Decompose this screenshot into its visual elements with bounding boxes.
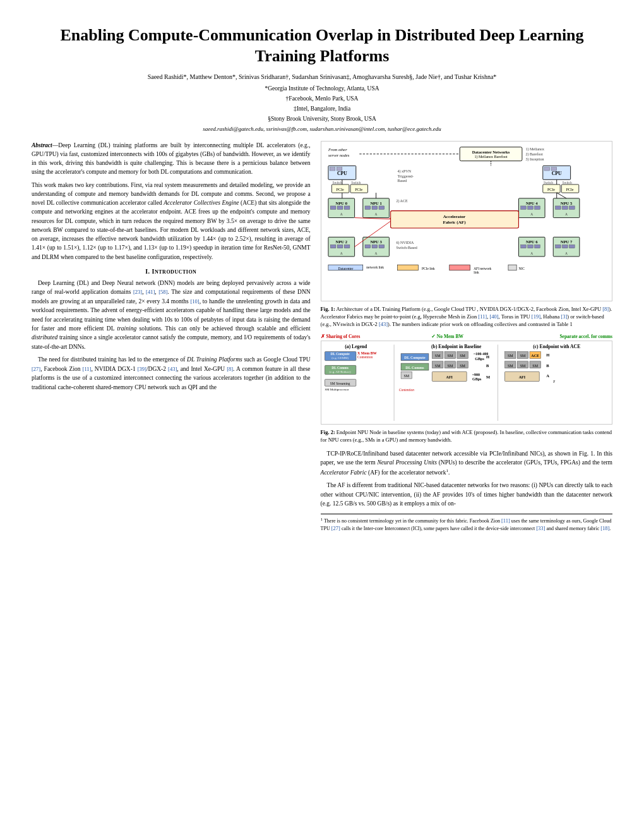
svg-text:SM: SM [460, 354, 465, 358]
svg-rect-43 [379, 206, 385, 209]
svg-text:SM: SM [403, 374, 409, 378]
abstract-p2: This work makes two key contributions. F… [32, 181, 311, 262]
svg-text:A: A [530, 212, 533, 216]
fig1-label: Fig. 1: [321, 306, 335, 312]
svg-text:~900: ~900 [472, 372, 480, 376]
svg-text:DL Comms: DL Comms [331, 365, 349, 369]
paper-title: Enabling Compute-Communication Overlap i… [32, 25, 612, 66]
svg-text:SM: SM [447, 354, 453, 358]
svg-text:(e.g. All-Reduce): (e.g. All-Reduce) [329, 370, 350, 373]
svg-text:(e.g. GEMM): (e.g. GEMM) [331, 356, 349, 360]
svg-text:A: A [565, 212, 568, 216]
svg-rect-16 [544, 167, 550, 170]
svg-text:Datacenter: Datacenter [338, 266, 353, 270]
abstract-p1: Abstract—Deep Learning (DL) training pla… [32, 141, 311, 177]
svg-text:NPU 0: NPU 0 [335, 200, 347, 205]
figure1: From other server nodes Datacenter Netwo… [321, 141, 612, 329]
affil3: ‡Intel, Bangalore, India [32, 104, 612, 114]
svg-text:X Mem BW: X Mem BW [357, 351, 377, 354]
title-section: Enabling Compute-Communication Overlap i… [32, 25, 612, 132]
abstract-block: Abstract—Deep Learning (DL) training pla… [32, 141, 311, 262]
svg-text:SM Streaming: SM Streaming [330, 382, 350, 385]
svg-text:Switch: Switch [543, 180, 552, 184]
svg-rect-77 [520, 245, 526, 248]
svg-text:AFI network: AFI network [474, 266, 491, 270]
svg-text:GBps: GBps [475, 356, 484, 360]
svg-text:PCIe: PCIe [566, 187, 573, 191]
fig2-caption: Fig. 2: Endpoint NPU Node in baseline sy… [321, 428, 612, 444]
fig1-diagram: From other server nodes Datacenter Netwo… [321, 141, 612, 303]
svg-text:SM: SM [507, 363, 513, 367]
intro-p1: Deep Learning (DL) and Deep Neural netwo… [32, 279, 311, 352]
svg-rect-63 [330, 245, 336, 248]
svg-rect-95 [508, 265, 516, 270]
fig2-svg: (a) Legend DL Compute (e.g. GEMM) X Mem … [321, 341, 612, 425]
section1-heading: I. INTRODUCTION [32, 268, 311, 275]
footnote: 1 There is no consistent terminology yet… [321, 514, 612, 533]
affil2: †Facebook, Menlo Park, USA [32, 94, 612, 104]
svg-rect-78 [527, 245, 533, 248]
svg-rect-37 [344, 206, 350, 209]
section1-body: Deep Learning (DL) and Deep Neural netwo… [32, 279, 311, 392]
svg-text:SM: SM [507, 354, 513, 358]
svg-rect-71 [379, 245, 385, 248]
email-line: saeed.rashidi@gatech.edu, ssrinivas@fb.c… [32, 126, 612, 132]
svg-rect-48 [520, 206, 526, 209]
svg-text:NPU 4: NPU 4 [526, 200, 538, 205]
fig1-svg: From other server nodes Datacenter Netwo… [321, 141, 612, 301]
right-p1: TCP-IP/RoCE/Infiniband based datacenter … [321, 449, 612, 477]
svg-rect-17 [551, 167, 557, 170]
svg-text:SM: SM [447, 363, 453, 367]
svg-text:PCIe: PCIe [547, 187, 555, 191]
svg-text:6) NVIDIA: 6) NVIDIA [396, 241, 414, 245]
svg-rect-56 [569, 206, 575, 209]
svg-rect-55 [562, 206, 568, 209]
svg-text:AFI: AFI [446, 375, 453, 379]
svg-text:Triggered-: Triggered- [397, 174, 414, 178]
svg-rect-92 [449, 265, 470, 270]
svg-text:AFI: AFI [518, 375, 525, 379]
svg-text:NPU 7: NPU 7 [560, 239, 572, 244]
svg-text:SM: SM [520, 354, 525, 358]
svg-text:B: B [546, 363, 549, 367]
svg-text:1) Mellanox: 1) Mellanox [525, 147, 544, 152]
svg-rect-42 [372, 206, 378, 209]
svg-text:F: F [553, 379, 555, 383]
svg-text:PCIe: PCIe [355, 187, 362, 191]
svg-rect-49 [527, 206, 533, 209]
svg-text:CPU: CPU [337, 170, 347, 176]
svg-text:Accelerator: Accelerator [443, 214, 465, 219]
affiliations: *Georgia Institute of Technology, Atlant… [32, 83, 612, 124]
svg-text:A: A [565, 251, 568, 255]
svg-text:Based: Based [397, 178, 407, 182]
svg-text:H: H [486, 354, 489, 359]
svg-text:SM: SM [460, 363, 465, 367]
svg-rect-41 [365, 206, 371, 209]
footnote-text: There is no consistent terminology yet i… [321, 518, 612, 531]
svg-rect-64 [337, 245, 343, 248]
intro-p2: The need for distributed training has le… [32, 355, 311, 392]
svg-text:(c) Endpoint with ACE: (c) Endpoint with ACE [533, 344, 580, 349]
figure2: ✗ Sharing of Cores ✓ No Mem BW Separate … [321, 334, 612, 444]
svg-text:A: A [374, 251, 377, 255]
fig2-diagram: ✗ Sharing of Cores ✓ No Mem BW Separate … [321, 334, 612, 426]
svg-text:PCIe: PCIe [336, 187, 343, 191]
svg-rect-65 [344, 245, 350, 248]
svg-text:B: B [486, 363, 489, 367]
svg-rect-70 [372, 245, 378, 248]
svg-text:Contention: Contention [357, 355, 373, 359]
svg-text:2) ACE: 2) ACE [396, 199, 408, 203]
svg-text:DL Compute: DL Compute [404, 356, 426, 360]
svg-text:M: M [486, 375, 489, 379]
svg-text:NPU 1: NPU 1 [370, 200, 381, 205]
affil4: §Stony Brook University, Stony Brook, US… [32, 114, 612, 124]
svg-rect-90 [397, 265, 418, 270]
svg-rect-83 [555, 245, 561, 248]
svg-text:A: A [340, 251, 342, 255]
svg-text:NPU 3: NPU 3 [370, 239, 382, 244]
svg-text:SM: SM [532, 363, 538, 367]
svg-rect-84 [562, 245, 568, 248]
svg-text:From other: From other [328, 147, 347, 152]
svg-text:Switch: Switch [562, 180, 571, 184]
svg-rect-79 [534, 245, 540, 248]
